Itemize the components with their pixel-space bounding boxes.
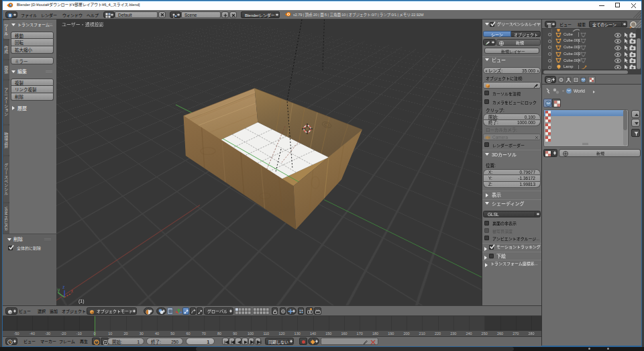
svg-text:(1): (1) xyxy=(78,299,85,304)
svg-text:ユーザー・透視投影: ユーザー・透視投影 xyxy=(62,21,104,28)
svg-text:y: y xyxy=(58,287,60,293)
svg-text:z: z xyxy=(62,285,64,289)
